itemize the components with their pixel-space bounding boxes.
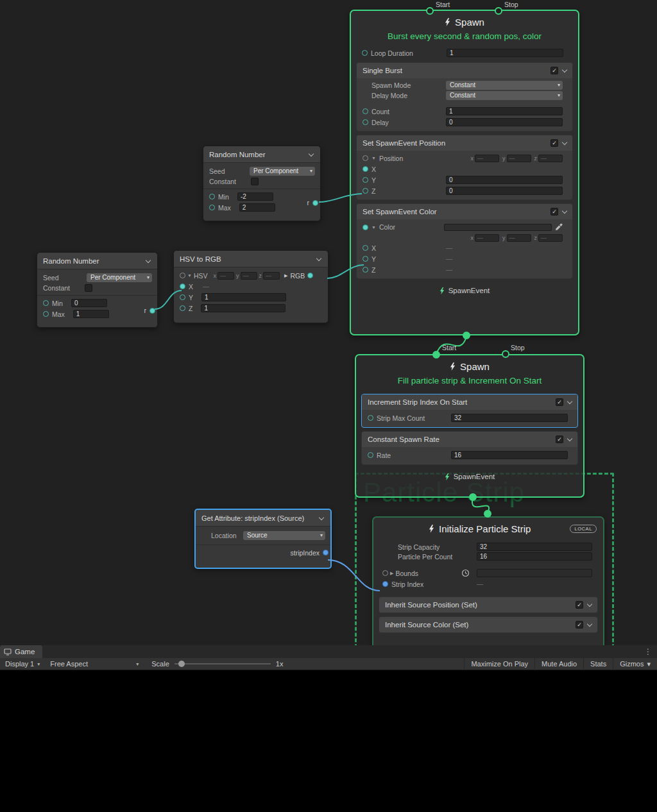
chevron-down-icon[interactable] bbox=[567, 399, 573, 405]
maximize-on-play-button[interactable]: Maximize On Play bbox=[464, 658, 534, 670]
color-port[interactable] bbox=[363, 224, 368, 230]
block-constant-spawn-rate[interactable]: Constant Spawn Rate ✓ Rate 16 bbox=[361, 431, 578, 465]
mute-audio-button[interactable]: Mute Audio bbox=[534, 658, 583, 670]
foldout-triangle-icon[interactable]: ▼ bbox=[371, 156, 376, 160]
chevron-down-icon[interactable] bbox=[561, 67, 568, 74]
inherit-color-checkbox[interactable]: ✓ bbox=[576, 621, 583, 629]
position-port[interactable] bbox=[363, 155, 368, 161]
chevron-down-icon[interactable] bbox=[567, 436, 573, 443]
chevron-down-icon[interactable] bbox=[308, 151, 314, 158]
scale-slider-knob[interactable] bbox=[178, 661, 185, 667]
hsv-port[interactable] bbox=[180, 273, 185, 278]
scale-slider[interactable] bbox=[175, 663, 271, 664]
color-swatch-field[interactable] bbox=[444, 224, 552, 231]
block-inherit-source-color[interactable]: Inherit Source Color (Set) ✓ bbox=[379, 616, 598, 633]
foldout-triangle-icon[interactable]: ▶ bbox=[390, 571, 393, 576]
foldout-triangle-icon[interactable]: ▼ bbox=[371, 225, 376, 230]
max-field[interactable]: 1 bbox=[73, 310, 109, 318]
spawn-strip-start-port[interactable] bbox=[432, 351, 440, 359]
strip-max-count-field[interactable]: 32 bbox=[451, 414, 568, 422]
bounds-port[interactable] bbox=[382, 570, 388, 576]
block-set-color[interactable]: Set SpawnEvent Color ✓ ▼ Color bbox=[356, 203, 573, 279]
spawn-burst-stop-port[interactable] bbox=[495, 7, 502, 15]
hsv-y-port[interactable] bbox=[180, 294, 185, 300]
graph-canvas[interactable]: Particle Strip Spawn Burst every second … bbox=[0, 0, 657, 645]
max-port[interactable] bbox=[43, 311, 49, 317]
delay-port[interactable] bbox=[363, 119, 368, 125]
loop-duration-port[interactable] bbox=[362, 50, 368, 56]
strip-max-count-port[interactable] bbox=[368, 415, 373, 421]
node-subtitle[interactable]: Fill particle strip & Increment On Start bbox=[356, 372, 583, 391]
constant-checkbox[interactable] bbox=[251, 178, 259, 185]
spawn-mode-dropdown[interactable]: Constant ▾ bbox=[446, 81, 563, 90]
color-x-port[interactable] bbox=[363, 245, 368, 251]
stripindex-output-port[interactable] bbox=[323, 550, 328, 555]
strip-capacity-field[interactable]: 32 bbox=[477, 543, 592, 551]
block-single-burst[interactable]: Single Burst ✓ Spawn Mode Constant ▾ De bbox=[356, 62, 573, 131]
hsv-y-field[interactable]: 1 bbox=[201, 293, 286, 301]
foldout-triangle-icon[interactable]: ▼ bbox=[187, 273, 192, 278]
node-random-number-hue[interactable]: Random Number Seed Per Component ▾ Const… bbox=[37, 252, 158, 328]
gizmos-dropdown[interactable]: Gizmos ▾ bbox=[613, 658, 657, 670]
count-port[interactable] bbox=[363, 108, 368, 114]
spawn-burst-spawnevent-port[interactable] bbox=[463, 332, 470, 339]
max-field[interactable]: 2 bbox=[239, 203, 275, 212]
display-dropdown[interactable]: Display 1 ▾ bbox=[0, 658, 45, 670]
position-z-minifield[interactable]: — bbox=[538, 155, 563, 162]
block-set-position[interactable]: Set SpawnEvent Position ✓ ▼ Position x— … bbox=[356, 135, 573, 200]
local-badge[interactable]: LOCAL bbox=[570, 525, 597, 533]
bounds-field[interactable] bbox=[477, 569, 592, 577]
block-inherit-source-position[interactable]: Inherit Source Position (Set) ✓ bbox=[379, 596, 598, 613]
position-x-port[interactable] bbox=[363, 166, 368, 172]
node-get-attribute-stripindex[interactable]: Get Attribute: stripIndex (Source) Locat… bbox=[194, 509, 332, 569]
position-y-port[interactable] bbox=[363, 177, 368, 183]
hsv-z-port[interactable] bbox=[180, 305, 185, 311]
recorded-clock-icon[interactable] bbox=[461, 569, 470, 577]
chevron-down-icon[interactable] bbox=[316, 256, 322, 262]
position-z-field[interactable]: 0 bbox=[446, 187, 563, 195]
color-x-minifield[interactable]: — bbox=[475, 234, 499, 242]
single-burst-checkbox[interactable]: ✓ bbox=[550, 67, 558, 74]
color-z-minifield[interactable]: — bbox=[538, 234, 563, 242]
count-field[interactable]: 1 bbox=[446, 107, 563, 115]
min-port[interactable] bbox=[209, 194, 215, 199]
location-dropdown[interactable]: Source ▾ bbox=[243, 531, 325, 540]
seed-dropdown[interactable]: Per Component ▾ bbox=[250, 167, 315, 176]
r-output-port[interactable] bbox=[149, 308, 155, 314]
set-color-checkbox[interactable]: ✓ bbox=[550, 208, 558, 216]
increment-checkbox[interactable]: ✓ bbox=[556, 398, 563, 406]
stats-button[interactable]: Stats bbox=[583, 658, 613, 670]
particle-per-count-field[interactable]: 16 bbox=[477, 552, 592, 561]
hsv-z-field[interactable]: 1 bbox=[201, 304, 286, 312]
color-y-minifield[interactable]: — bbox=[507, 234, 531, 242]
tab-game[interactable]: Game bbox=[0, 645, 42, 658]
initialize-input-port[interactable] bbox=[484, 510, 491, 518]
hsv-y-minifield[interactable]: — bbox=[241, 272, 257, 280]
position-x-minifield[interactable]: — bbox=[475, 155, 499, 162]
color-z-port[interactable] bbox=[363, 267, 368, 273]
kebab-menu-icon[interactable]: ⋮ bbox=[639, 645, 657, 658]
position-y-minifield[interactable]: — bbox=[507, 155, 531, 162]
chevron-down-icon[interactable] bbox=[145, 258, 151, 264]
constant-checkbox[interactable] bbox=[85, 284, 92, 292]
color-y-port[interactable] bbox=[363, 256, 368, 262]
loop-duration-field[interactable]: 1 bbox=[447, 49, 563, 57]
rate-field[interactable]: 16 bbox=[451, 451, 568, 459]
spawn-rate-checkbox[interactable]: ✓ bbox=[556, 436, 563, 443]
chevron-down-icon[interactable] bbox=[561, 140, 568, 146]
node-hsv-to-rgb[interactable]: HSV to RGB ▼ HSV x— y— z— ▶ RGB bbox=[173, 250, 328, 323]
seed-dropdown[interactable]: Per Component ▾ bbox=[87, 273, 152, 282]
chevron-down-icon[interactable] bbox=[318, 515, 325, 521]
node-subtitle[interactable]: Burst every second & random pos, color bbox=[351, 28, 578, 46]
node-spawn-burst[interactable]: Spawn Burst every second & random pos, c… bbox=[350, 10, 579, 335]
hsv-x-minifield[interactable]: — bbox=[218, 272, 234, 280]
chevron-down-icon[interactable] bbox=[561, 208, 568, 215]
min-field[interactable]: 0 bbox=[71, 299, 107, 307]
delay-mode-dropdown[interactable]: Constant ▾ bbox=[446, 91, 563, 100]
hsv-x-port[interactable] bbox=[180, 283, 185, 289]
spawn-burst-start-port[interactable] bbox=[426, 7, 434, 15]
node-spawn-strip[interactable]: Spawn Fill particle strip & Increment On… bbox=[355, 354, 584, 498]
node-random-number-position[interactable]: Random Number Seed Per Component ▾ Const… bbox=[203, 146, 321, 221]
rate-port[interactable] bbox=[368, 452, 373, 458]
hsv-z-minifield[interactable]: — bbox=[263, 272, 280, 280]
